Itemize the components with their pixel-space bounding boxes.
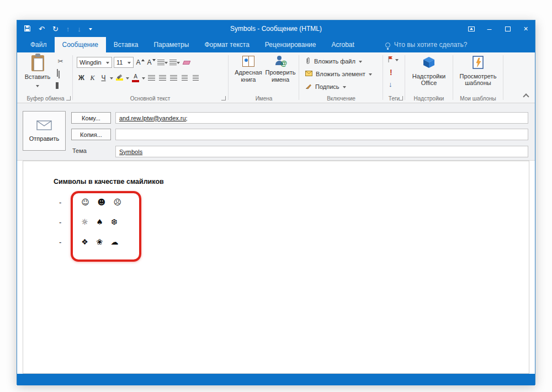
paperclip-icon bbox=[305, 57, 311, 66]
align-right-icon bbox=[170, 75, 177, 81]
collapse-ribbon-icon[interactable] bbox=[523, 93, 529, 99]
underline-button[interactable]: Ч bbox=[99, 72, 108, 83]
attach-item-icon bbox=[305, 71, 312, 77]
ribbon-display-options-icon[interactable] bbox=[462, 20, 480, 37]
group-basic-text: Wingdin 11 А А Ж К Ч bbox=[73, 52, 227, 103]
address-book-label: Адресная книга bbox=[232, 69, 264, 83]
message-body-editor[interactable]: Символы в качестве смайликов - ☺ ☻ ☹ - ☼… bbox=[23, 161, 529, 374]
align-right-button[interactable] bbox=[169, 72, 178, 83]
cut-icon[interactable]: ✂ bbox=[56, 56, 65, 67]
minimize-button[interactable]: – bbox=[480, 20, 498, 37]
customize-qat-icon[interactable] bbox=[89, 28, 92, 32]
increase-indent-button[interactable] bbox=[191, 72, 200, 83]
follow-up-flag-button[interactable] bbox=[388, 56, 399, 64]
previous-item-icon[interactable]: ↑ bbox=[66, 25, 70, 33]
align-left-icon bbox=[148, 75, 155, 81]
flag-icon bbox=[388, 56, 393, 64]
subject-field[interactable]: Symbols bbox=[115, 146, 528, 157]
highlighter-icon bbox=[116, 76, 123, 81]
low-importance-icon[interactable]: ↓ bbox=[389, 80, 392, 88]
message-heading: Символы в качестве смайликов bbox=[54, 178, 164, 186]
cc-button[interactable]: Копия... bbox=[71, 129, 111, 140]
group-include: Вложить файл Вложить элемент Подпись Вкл… bbox=[301, 52, 381, 103]
format-painter-icon[interactable] bbox=[56, 82, 59, 89]
subject-label: Тема bbox=[72, 147, 87, 154]
tab-review[interactable]: Рецензирование bbox=[257, 37, 324, 52]
check-names-icon: @ bbox=[275, 56, 286, 67]
maximize-button[interactable] bbox=[498, 20, 517, 37]
font-family-combo[interactable]: Wingdin bbox=[77, 57, 112, 68]
tab-insert[interactable]: Вставка bbox=[106, 37, 146, 52]
signature-button[interactable]: Подпись bbox=[305, 82, 346, 92]
clear-formatting-button[interactable] bbox=[182, 57, 191, 68]
window-controls: – × bbox=[462, 20, 535, 37]
next-item-icon[interactable]: ↓ bbox=[77, 25, 81, 33]
bullet-list-icon bbox=[157, 60, 164, 66]
tell-me-box[interactable]: Что вы хотите сделать? bbox=[385, 37, 468, 52]
font-color-dropdown-icon[interactable] bbox=[142, 77, 145, 81]
font-size-value: 11 bbox=[116, 59, 125, 66]
align-left-button[interactable] bbox=[147, 72, 156, 83]
send-button[interactable]: Отправить bbox=[23, 111, 66, 151]
tab-acrobat[interactable]: Acrobat bbox=[324, 37, 362, 52]
font-size-combo[interactable]: 11 bbox=[114, 57, 134, 68]
align-center-button[interactable] bbox=[158, 72, 167, 83]
attach-file-button[interactable]: Вложить файл bbox=[305, 56, 362, 66]
to-value: and.rew.lptw@yandex.ru; bbox=[119, 115, 188, 121]
increase-indent-icon bbox=[193, 75, 199, 81]
tab-file[interactable]: Файл bbox=[23, 37, 55, 52]
highlight-button[interactable] bbox=[115, 72, 124, 83]
address-book-button[interactable]: Адресная книга bbox=[232, 56, 264, 83]
outlook-message-window: ↶ ↻ ↑ ↓ Symbols - Сообщение (HTML) – × Ф… bbox=[17, 20, 535, 385]
numbered-list-icon bbox=[169, 60, 177, 66]
grow-font-button[interactable]: А bbox=[135, 57, 145, 68]
copy-icon[interactable] bbox=[57, 70, 58, 76]
to-field[interactable]: and.rew.lptw@yandex.ru; bbox=[115, 112, 528, 124]
row-bullet: - bbox=[59, 238, 61, 246]
compose-header: Отправить Кому... and.rew.lptw@yandex.ru… bbox=[17, 103, 535, 161]
font-family-value: Wingdin bbox=[79, 59, 103, 66]
redo-icon[interactable]: ↻ bbox=[52, 25, 59, 33]
group-separator bbox=[383, 55, 383, 100]
group-separator bbox=[72, 55, 73, 100]
view-templates-button[interactable]: Просмотреть шаблоны bbox=[458, 56, 498, 87]
office-addins-cube-icon bbox=[422, 56, 436, 71]
close-button[interactable]: × bbox=[517, 20, 535, 37]
paste-label: Вставить bbox=[25, 73, 51, 81]
numbering-button[interactable] bbox=[169, 57, 180, 68]
decrease-indent-button[interactable] bbox=[180, 72, 189, 83]
signature-pen-icon bbox=[305, 83, 312, 91]
bullets-button[interactable] bbox=[157, 57, 168, 68]
bold-button[interactable]: Ж bbox=[77, 72, 86, 83]
basic-text-dialog-launcher-icon[interactable] bbox=[221, 96, 226, 100]
attach-file-label: Вложить файл bbox=[314, 58, 355, 65]
group-separator bbox=[405, 55, 405, 100]
group-my-templates: Просмотреть шаблоны Мои шаблоны bbox=[454, 52, 502, 103]
save-icon[interactable] bbox=[24, 25, 31, 33]
undo-icon[interactable]: ↶ bbox=[39, 25, 45, 33]
group-names: Адресная книга @ Проверить имена Имена bbox=[230, 52, 298, 103]
tab-message[interactable]: Сообщение bbox=[55, 37, 106, 52]
row-bullet: - bbox=[59, 198, 61, 206]
cc-field[interactable] bbox=[115, 129, 528, 140]
paste-dropdown-icon[interactable] bbox=[36, 85, 39, 89]
to-button[interactable]: Кому... bbox=[71, 112, 111, 124]
high-importance-icon[interactable]: ! bbox=[390, 68, 392, 77]
align-center-icon bbox=[159, 75, 166, 81]
clipboard-dialog-launcher-icon[interactable] bbox=[66, 96, 71, 100]
paste-button[interactable]: Вставить bbox=[23, 55, 52, 89]
office-addins-button[interactable]: Надстройки Office bbox=[410, 56, 448, 87]
underline-dropdown-icon[interactable] bbox=[110, 77, 113, 81]
check-names-button[interactable]: @ Проверить имена bbox=[264, 56, 296, 83]
font-color-icon: А bbox=[132, 74, 139, 82]
font-color-button[interactable]: А bbox=[131, 72, 140, 83]
ribbon-tab-bar: Файл Сообщение Вставка Параметры Формат … bbox=[17, 37, 535, 52]
red-highlight-annotation bbox=[71, 191, 141, 262]
tab-options[interactable]: Параметры bbox=[146, 37, 197, 52]
tab-format-text[interactable]: Формат текста bbox=[197, 37, 257, 52]
attach-item-button[interactable]: Вложить элемент bbox=[305, 69, 372, 79]
shrink-font-button[interactable]: А bbox=[146, 57, 156, 68]
italic-button[interactable]: К bbox=[88, 72, 97, 83]
highlight-dropdown-icon[interactable] bbox=[126, 77, 129, 81]
tags-dialog-launcher-icon[interactable] bbox=[399, 96, 403, 100]
